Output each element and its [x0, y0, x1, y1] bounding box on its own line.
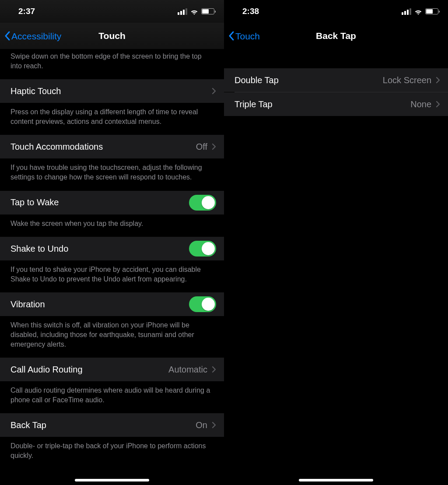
back-label: Accessibility	[11, 32, 61, 41]
screen-back-tap: 2:38 Touch Back Tap Double Tap Lock Scre…	[224, 0, 448, 485]
battery-icon	[425, 8, 438, 14]
tap-to-wake-label: Tap to Wake	[10, 197, 189, 207]
shake-to-undo-footer: If you tend to shake your iPhone by acci…	[0, 260, 224, 292]
back-tap-footer: Double- or triple-tap the back of your i…	[0, 437, 224, 469]
reachability-footer: Swipe down on the bottom edge of the scr…	[0, 49, 224, 79]
wifi-icon	[190, 8, 199, 15]
wifi-icon	[414, 8, 423, 15]
shake-to-undo-label: Shake to Undo	[10, 244, 189, 254]
shake-to-undo-toggle[interactable]	[189, 241, 216, 257]
double-tap-label: Double Tap	[234, 75, 383, 85]
touch-accommodations-cell[interactable]: Touch Accommodations Off	[0, 135, 224, 158]
screen-touch: 2:37 Accessibility Touch Swipe down on t…	[0, 0, 224, 485]
touch-accommodations-label: Touch Accommodations	[10, 142, 196, 152]
triple-tap-label: Triple Tap	[234, 99, 410, 109]
call-audio-routing-footer: Call audio routing determines where audi…	[0, 381, 224, 413]
chevron-right-icon	[212, 366, 216, 373]
cellular-icon	[178, 8, 187, 15]
chevron-left-icon	[4, 31, 10, 41]
nav-bar: Accessibility Touch	[0, 23, 224, 49]
status-icons	[178, 8, 214, 15]
touch-accommodations-value: Off	[196, 142, 207, 152]
shake-to-undo-cell[interactable]: Shake to Undo	[0, 237, 224, 260]
double-tap-value: Lock Screen	[383, 75, 431, 85]
haptic-touch-footer: Press on the display using a different l…	[0, 103, 224, 135]
settings-content[interactable]: Swipe down on the bottom edge of the scr…	[0, 49, 224, 485]
haptic-touch-label: Haptic Touch	[10, 86, 212, 96]
status-bar: 2:37	[0, 0, 224, 23]
chevron-left-icon	[228, 31, 234, 41]
settings-content[interactable]: Double Tap Lock Screen Triple Tap None	[224, 49, 448, 485]
tap-to-wake-footer: Wake the screen when you tap the display…	[0, 214, 224, 237]
chevron-right-icon	[212, 143, 216, 150]
status-time: 2:38	[242, 7, 259, 16]
nav-bar: Touch Back Tap	[224, 23, 448, 49]
chevron-right-icon	[212, 422, 216, 429]
chevron-right-icon	[436, 77, 440, 84]
status-icons	[402, 8, 438, 15]
double-tap-cell[interactable]: Double Tap Lock Screen	[224, 68, 448, 92]
triple-tap-value: None	[410, 99, 431, 109]
tap-to-wake-cell[interactable]: Tap to Wake	[0, 191, 224, 214]
back-label: Touch	[235, 32, 260, 41]
home-indicator[interactable]	[299, 479, 373, 481]
call-audio-routing-label: Call Audio Routing	[10, 365, 168, 375]
call-audio-routing-value: Automatic	[168, 365, 207, 375]
chevron-right-icon	[436, 101, 440, 108]
battery-icon	[201, 8, 214, 14]
chevron-right-icon	[212, 88, 216, 95]
triple-tap-cell[interactable]: Triple Tap None	[224, 92, 448, 116]
home-indicator[interactable]	[75, 479, 149, 481]
back-button[interactable]: Touch	[228, 31, 260, 41]
back-tap-value: On	[196, 420, 207, 430]
back-tap-label: Back Tap	[10, 420, 196, 430]
haptic-touch-cell[interactable]: Haptic Touch	[0, 79, 224, 103]
touch-accommodations-footer: If you have trouble using the touchscree…	[0, 158, 224, 190]
vibration-label: Vibration	[10, 299, 189, 309]
tap-to-wake-toggle[interactable]	[189, 195, 216, 211]
vibration-toggle[interactable]	[189, 296, 216, 312]
status-bar: 2:38	[224, 0, 448, 23]
back-tap-cell[interactable]: Back Tap On	[0, 413, 224, 437]
status-time: 2:37	[18, 7, 35, 16]
call-audio-routing-cell[interactable]: Call Audio Routing Automatic	[0, 358, 224, 381]
back-button[interactable]: Accessibility	[4, 31, 61, 41]
vibration-cell[interactable]: Vibration	[0, 292, 224, 316]
vibration-footer: When this switch is off, all vibration o…	[0, 316, 224, 358]
cellular-icon	[402, 8, 411, 15]
